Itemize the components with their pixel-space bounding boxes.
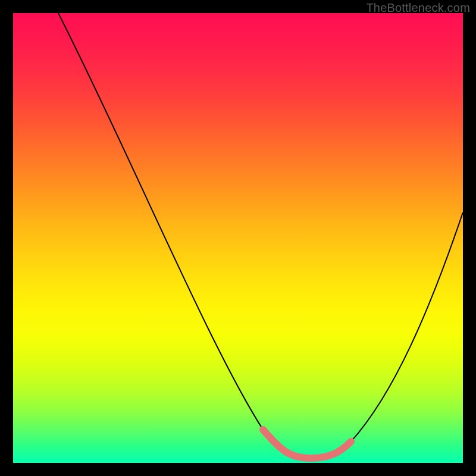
watermark-text: TheBottleneck.com xyxy=(366,1,470,15)
optimal-range-highlight-line xyxy=(263,430,351,458)
chart-plot-area xyxy=(13,13,463,463)
chart-svg xyxy=(13,13,463,463)
chart-frame: TheBottleneck.com xyxy=(0,0,476,476)
bottleneck-curve-line xyxy=(58,13,463,458)
